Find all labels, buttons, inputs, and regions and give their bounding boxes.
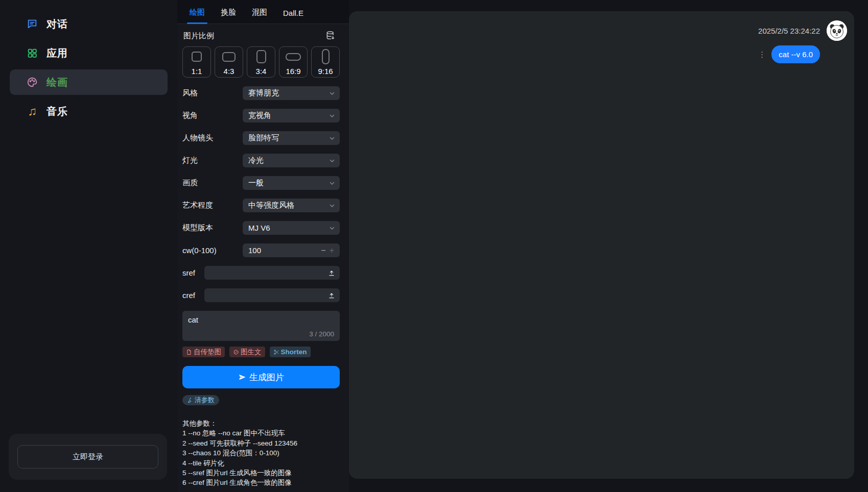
lighting-select[interactable]: 冷光 [243,154,340,167]
field-row-model-version: 模型版本 MJ V6 [182,221,340,235]
upload-image-icon [186,349,192,355]
clear-parameters-tag[interactable]: 清参数 [182,395,219,405]
palette-icon [27,77,38,88]
sref-upload-input[interactable] [204,266,340,280]
field-row-cw: cw(0-100) 100 − + [182,243,340,257]
cref-upload-input[interactable] [204,288,340,302]
ratio-section-header: 图片比例 [182,31,340,41]
ratio-option-4-3[interactable]: 4:3 [215,46,243,78]
help-line: 5 --sref 图片url 生成风格一致的图像 [182,468,340,478]
help-line: 1 --no 忽略 --no car 图中不出现车 [182,428,340,438]
chevron-down-icon [329,135,335,141]
database-download-icon[interactable] [325,31,340,41]
chevron-down-icon [329,203,335,209]
generate-image-button[interactable]: 生成图片 [182,366,340,388]
select-value: 冷光 [248,156,329,165]
help-line: 6 --cref 图片url 生成角色一致的图像 [182,478,340,487]
sidebar-item-chat[interactable]: 对话 [10,11,168,37]
shorten-tag[interactable]: Shorten [270,347,311,357]
plus-icon[interactable]: + [329,246,335,255]
field-row-view-angle: 视角 宽视角 [182,109,340,122]
prompt-textarea[interactable]: cat 3 / 2000 [182,311,340,341]
sidebar-item-apps[interactable]: 应用 [10,40,168,66]
sidebar-item-music[interactable]: ♫ 音乐 [10,99,168,124]
user-message-bubble[interactable]: cat --v 6.0 [771,45,820,63]
stepper-value: 100 [248,246,318,255]
select-value: 宽视角 [248,111,329,120]
draw-settings-panel: 绘图 换脸 混图 Dall.E 图片比例 1:1 [177,0,349,492]
help-line: 2 --seed 可先获取种子 --seed 123456 [182,438,340,448]
character-counter: 3 / 2000 [309,330,334,338]
ratio-shape-box [256,48,266,65]
chevron-down-icon [329,225,335,231]
minus-icon[interactable]: − [318,246,328,255]
ratio-shape-box [286,48,301,65]
field-row-sref: sref [182,266,340,280]
ratio-label: 16:9 [286,67,300,76]
message-menu-icon[interactable]: ⋮ [758,50,766,59]
message-row: ⋮ cat --v 6.0 [758,45,820,63]
field-label: 艺术程度 [182,201,243,210]
field-row-cref: cref [182,288,340,302]
message-meta-row: 2025/2/5 23:24:22 [758,20,847,41]
style-select[interactable]: 赛博朋克 [243,86,340,100]
help-title: 其他参数： [182,419,340,428]
wide-shape-icon [286,53,301,61]
chat-history-card: 2025/2/5 23:24:22 ⋮ cat --v 6.0 [349,11,854,479]
ratio-option-16-9[interactable]: 16:9 [279,46,308,78]
ratio-label: 1:1 [192,67,202,76]
field-label: 人物镜头 [182,133,243,143]
login-button[interactable]: 立即登录 [17,445,158,469]
character-shot-select[interactable]: 脸部特写 [243,131,340,145]
chevron-down-icon [329,158,335,164]
ratio-label: 9:16 [318,67,333,76]
select-value: 中等强度风格 [248,201,329,210]
ratio-option-9-16[interactable]: 9:16 [311,46,340,78]
field-label: 风格 [182,88,243,98]
quality-select[interactable]: 一般 [243,176,340,190]
ratio-shape-box [322,48,330,65]
music-icon: ♫ [27,106,38,117]
image-to-text-icon [233,349,239,355]
cw-stepper[interactable]: 100 − + [243,243,340,257]
apps-grid-icon [27,47,38,59]
chevron-down-icon [329,180,335,186]
prompt-tags: 自传垫图 图生文 Shorten [182,347,340,357]
ratio-shape-box [222,48,236,65]
field-row-lighting: 灯光 冷光 [182,154,340,167]
ratio-section-label: 图片比例 [183,31,214,41]
view-angle-select[interactable]: 宽视角 [243,109,340,122]
tab-dalle[interactable]: Dall.E [283,9,303,23]
model-version-select[interactable]: MJ V6 [243,221,340,235]
field-row-character-shot: 人物镜头 脸部特写 [182,131,340,145]
chevron-down-icon [329,90,335,96]
broom-icon [187,397,193,403]
square-shape-icon [192,52,202,62]
tag-label: 自传垫图 [194,348,221,357]
tab-draw[interactable]: 绘图 [190,8,205,23]
prompt-text: cat [188,315,334,324]
select-value: MJ V6 [248,224,329,232]
tab-bar: 绘图 换脸 混图 Dall.E [177,0,349,24]
artistry-select[interactable]: 中等强度风格 [243,199,340,212]
message-timestamp: 2025/2/5 23:24:22 [758,27,820,35]
field-row-artistry: 艺术程度 中等强度风格 [182,199,340,212]
sidebar-item-draw[interactable]: 绘画 [10,69,168,95]
ratio-option-1-1[interactable]: 1:1 [182,46,211,78]
tab-blend[interactable]: 混图 [252,8,267,23]
tall-shape-icon [322,49,330,64]
tab-face-swap[interactable]: 换脸 [221,8,236,23]
field-row-style: 风格 赛博朋克 [182,86,340,100]
field-label: 灯光 [182,156,243,165]
chat-area: 2025/2/5 23:24:22 ⋮ cat --v 6.0 [349,0,868,492]
ratio-option-3-4[interactable]: 3:4 [247,46,275,78]
sidebar-item-label: 对话 [46,17,68,31]
login-card: 立即登录 [9,434,167,480]
panel-content: 图片比例 1:1 4:3 3:4 [177,24,349,492]
image-to-text-tag[interactable]: 图生文 [229,347,265,357]
upload-icon [328,292,335,299]
field-label: cref [182,291,198,300]
sidebar-item-label: 应用 [46,46,68,60]
ratio-shape-box [192,48,202,65]
upload-pad-image-tag[interactable]: 自传垫图 [182,347,225,357]
